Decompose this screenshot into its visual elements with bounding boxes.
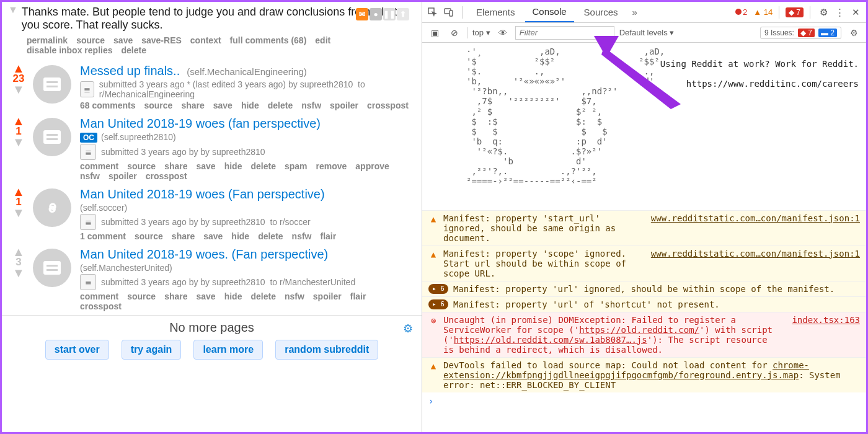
post-title[interactable]: Messed up finals.. (self.MechanicalEngin…: [80, 64, 415, 78]
post-action[interactable]: delete: [250, 291, 275, 301]
downvote-icon[interactable]: ▼: [12, 85, 25, 94]
post-action[interactable]: share: [164, 291, 187, 301]
post-action[interactable]: source: [127, 161, 156, 171]
post-action[interactable]: share: [164, 161, 187, 171]
settings-gear-icon[interactable]: ⚙: [817, 6, 830, 19]
text-thumbnail-icon[interactable]: [33, 65, 71, 104]
post-action[interactable]: delete: [258, 231, 283, 241]
gear-icon[interactable]: ⚙: [403, 322, 413, 335]
console-message[interactable]: ▸ 6Manifest: property 'url' ignored, sho…: [422, 281, 866, 296]
inspect-icon[interactable]: [426, 6, 440, 19]
comment-action[interactable]: edit: [315, 35, 330, 45]
post-action[interactable]: nsfw: [301, 100, 321, 110]
upvote-icon[interactable]: ▲: [12, 247, 25, 256]
post-action[interactable]: source: [127, 291, 156, 301]
console-message[interactable]: ⊗Uncaught (in promise) DOMException: Fai…: [422, 312, 866, 357]
comment-action[interactable]: full comments (68): [230, 35, 307, 45]
downvote-icon[interactable]: ▼: [8, 6, 18, 14]
warning-count[interactable]: ▲ 14: [753, 7, 773, 17]
post-action[interactable]: source: [144, 100, 172, 110]
post-action[interactable]: comment: [80, 161, 118, 171]
post-action[interactable]: 1 comment: [80, 231, 126, 241]
post-action[interactable]: 68 comments: [80, 100, 135, 110]
bottom-button[interactable]: try again: [122, 340, 182, 360]
expand-pill[interactable]: ▸ 6: [428, 284, 448, 294]
error-count[interactable]: 2: [735, 7, 747, 17]
post-action[interactable]: approve: [355, 161, 389, 171]
clear-console-icon[interactable]: ⊘: [447, 25, 462, 40]
post-action[interactable]: save: [213, 100, 232, 110]
downvote-icon[interactable]: ▼: [12, 208, 25, 217]
upvote-icon[interactable]: ▲: [12, 117, 25, 125]
icon-pause[interactable]: ❚❚: [383, 8, 396, 20]
icon-up[interactable]: ⬆: [397, 8, 409, 20]
post-action[interactable]: share: [172, 231, 195, 241]
post-action[interactable]: hide: [231, 231, 249, 241]
tab-console[interactable]: Console: [525, 2, 574, 22]
tab-sources[interactable]: Sources: [577, 2, 626, 22]
close-icon[interactable]: ✕: [849, 6, 862, 19]
console-message[interactable]: ▲Manifest: property 'scope' ignored. Sta…: [422, 246, 866, 281]
filter-input[interactable]: [515, 26, 614, 40]
source-link[interactable]: www.redditstatic.com…con/manifest.json:1: [651, 249, 860, 259]
post-action[interactable]: nsfw: [292, 231, 312, 241]
comment-action[interactable]: save-RES: [141, 35, 182, 45]
bottom-button[interactable]: learn more: [193, 340, 263, 360]
post-action[interactable]: nsfw: [80, 171, 100, 181]
bottom-button[interactable]: random subreddit: [275, 340, 378, 360]
post-action[interactable]: comment: [80, 291, 118, 301]
source-link[interactable]: index.tsx:163: [792, 315, 860, 325]
comment-action[interactable]: context: [190, 35, 221, 45]
post-action[interactable]: spoiler: [330, 100, 358, 110]
post-title[interactable]: Man United 2018-19 woes (Fan perspective…: [80, 187, 415, 202]
post-action[interactable]: save: [203, 231, 223, 241]
post-action[interactable]: spam: [285, 161, 308, 171]
tab-elements[interactable]: Elements: [469, 2, 523, 22]
console-message[interactable]: ▸ 6Manifest: property 'url' of 'shortcut…: [422, 296, 866, 312]
sidebar-toggle-icon[interactable]: ▣: [427, 25, 442, 40]
source-link[interactable]: www.redditstatic.com…con/manifest.json:1: [651, 213, 860, 223]
expand-icon[interactable]: ≣: [80, 144, 96, 160]
post-action[interactable]: delete: [250, 161, 275, 171]
comment-action[interactable]: delete: [122, 45, 146, 55]
post-action[interactable]: crosspost: [146, 171, 187, 181]
post-action[interactable]: flair: [350, 291, 366, 301]
comment-action[interactable]: source: [76, 35, 105, 45]
toolbar-gear-icon[interactable]: ⚙: [846, 25, 861, 40]
post-action[interactable]: delete: [268, 100, 293, 110]
author-link[interactable]: supreeth2810: [212, 147, 265, 157]
expand-pill[interactable]: ▸ 6: [428, 299, 448, 309]
bottom-button[interactable]: start over: [45, 340, 109, 360]
post-action[interactable]: source: [135, 231, 163, 241]
post-action[interactable]: spoiler: [313, 291, 342, 301]
post-action[interactable]: hide: [241, 100, 259, 110]
kebab-menu-icon[interactable]: ⋮: [833, 6, 846, 19]
expand-icon[interactable]: ≣: [80, 214, 96, 230]
expand-icon[interactable]: ≣: [80, 274, 96, 290]
post-action[interactable]: save: [197, 291, 216, 301]
post-action[interactable]: crosspost: [80, 301, 122, 311]
text-thumbnail-icon[interactable]: [33, 249, 71, 287]
comment-action[interactable]: save: [113, 35, 133, 45]
issues-badge[interactable]: 9 Issues: ◆ 7 ▬ 2: [760, 27, 841, 39]
console-message[interactable]: ▲Manifest: property 'start_url' ignored,…: [422, 210, 866, 246]
post-action[interactable]: flair: [321, 231, 337, 241]
subreddit-link[interactable]: r/ManchesterUnited: [280, 277, 355, 287]
subreddit-link[interactable]: r/MechanicalEngineering: [99, 89, 195, 99]
post-action[interactable]: crosspost: [367, 100, 409, 110]
console-prompt[interactable]: ›: [422, 392, 866, 410]
post-action[interactable]: hide: [224, 291, 242, 301]
extension-error-badge[interactable]: ◆ 7: [786, 7, 804, 17]
console-message[interactable]: ▲DevTools failed to load source map: Cou…: [422, 357, 866, 392]
post-action[interactable]: remove: [316, 161, 347, 171]
post-title[interactable]: Man United 2018-19 woes. (Fan perspectiv…: [80, 247, 415, 262]
subreddit-link[interactable]: r/soccer: [280, 217, 311, 227]
author-link[interactable]: supreeth2810: [300, 79, 353, 89]
context-selector[interactable]: top ▾: [472, 28, 490, 37]
icon-orange[interactable]: ●: [370, 8, 382, 20]
comment-action[interactable]: disable inbox replies: [27, 45, 113, 55]
tabs-overflow-icon[interactable]: »: [628, 6, 642, 19]
careers-link[interactable]: https://www.redditinc.com/careers: [686, 79, 859, 89]
post-title[interactable]: Man United 2018-19 woes (fan perspective…: [80, 117, 415, 131]
upvote-icon[interactable]: ▲: [12, 187, 25, 196]
